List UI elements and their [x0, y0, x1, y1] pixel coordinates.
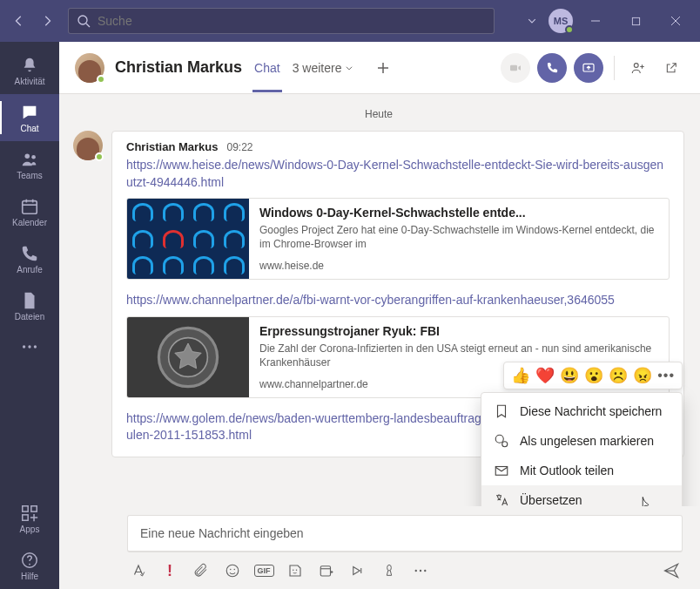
nav-back-button[interactable]: [7, 9, 31, 33]
chevron-down-icon: [345, 64, 353, 72]
praise-button[interactable]: [380, 561, 399, 580]
preview-title: Windows 0-Day-Kernel-Schwachstelle entde…: [259, 206, 658, 220]
send-button[interactable]: [662, 561, 681, 580]
message-author: Christian Markus: [126, 140, 218, 153]
teams-icon: [20, 150, 39, 169]
window-minimize-button[interactable]: [578, 0, 613, 42]
popout-button[interactable]: [658, 55, 684, 81]
audio-call-button[interactable]: [537, 53, 567, 83]
menu-translate[interactable]: Übersetzen: [481, 485, 682, 506]
preview-thumbnail: [127, 199, 249, 279]
preview-description: Googles Project Zero hat eine 0-Day-Schw…: [259, 223, 658, 251]
rail-item-calls[interactable]: Anrufe: [0, 235, 59, 282]
chat-peer-avatar[interactable]: [75, 53, 104, 83]
svg-point-7: [31, 154, 36, 159]
gif-button[interactable]: GIF: [254, 561, 273, 580]
svg-rect-35: [320, 566, 330, 576]
app-rail: Aktivität Chat Teams Kalender Anrufe Dat…: [0, 42, 59, 589]
user-avatar[interactable]: MS: [549, 9, 573, 33]
svg-point-19: [29, 563, 30, 565]
rail-item-apps[interactable]: Apps: [0, 495, 59, 542]
compose-more-button[interactable]: [411, 561, 430, 580]
menu-mark-unread[interactable]: Als ungelesen markieren: [481, 426, 682, 456]
reaction-laugh[interactable]: 😃: [560, 366, 579, 385]
search-icon: [77, 14, 91, 28]
sticker-button[interactable]: [286, 561, 305, 580]
apps-icon: [20, 504, 39, 523]
svg-point-0: [78, 16, 87, 24]
video-call-button[interactable]: [501, 53, 530, 83]
bookmark-icon: [494, 403, 509, 419]
svg-point-34: [296, 570, 298, 572]
svg-point-33: [293, 570, 294, 572]
format-button[interactable]: [129, 561, 148, 580]
svg-rect-22: [510, 64, 517, 71]
presence-indicator: [97, 75, 105, 84]
reaction-surprised[interactable]: 😮: [584, 366, 603, 385]
search-expand-button[interactable]: [521, 13, 543, 29]
search-input[interactable]: [98, 14, 486, 28]
menu-share-outlook[interactable]: Mit Outlook teilen: [481, 456, 682, 485]
svg-point-38: [415, 570, 417, 572]
rail-item-teams[interactable]: Teams: [0, 141, 59, 188]
add-tab-button[interactable]: [369, 54, 397, 82]
tab-more-dropdown[interactable]: 3 weitere: [293, 61, 354, 75]
rail-item-calendar[interactable]: Kalender: [0, 188, 59, 235]
rail-item-more[interactable]: [0, 329, 59, 364]
link-preview-1[interactable]: Windows 0-Day-Kernel-Schwachstelle entde…: [126, 198, 670, 280]
chat-header: Christian Markus Chat 3 weitere: [59, 42, 700, 94]
svg-point-40: [424, 570, 426, 572]
rail-item-activity[interactable]: Aktivität: [0, 47, 59, 94]
priority-button[interactable]: !: [160, 561, 179, 580]
window-maximize-button[interactable]: [618, 0, 653, 42]
reaction-picker: 👍 ❤️ 😃 😮 ☹️ 😠 •••: [503, 362, 683, 389]
svg-point-31: [230, 569, 232, 571]
preview-domain: www.heise.de: [259, 260, 658, 272]
reaction-angry[interactable]: 😠: [633, 366, 652, 385]
chat-icon: [20, 103, 39, 122]
compose-input[interactable]: Eine neue Nachricht eingeben: [127, 515, 683, 552]
svg-point-30: [226, 565, 239, 577]
add-people-button[interactable]: [625, 55, 651, 81]
svg-line-1: [86, 24, 90, 27]
rail-item-chat[interactable]: Chat: [0, 94, 59, 141]
svg-point-39: [420, 570, 421, 572]
emoji-button[interactable]: [223, 561, 242, 580]
date-divider: Heute: [73, 108, 684, 120]
attach-button[interactable]: [192, 561, 211, 580]
schedule-meeting-button[interactable]: [317, 561, 336, 580]
window-close-button[interactable]: [658, 0, 693, 42]
svg-rect-17: [23, 514, 28, 519]
reaction-sad[interactable]: ☹️: [609, 366, 628, 385]
message-time: 09:22: [226, 141, 252, 153]
reaction-like[interactable]: 👍: [511, 366, 530, 385]
svg-point-28: [502, 442, 508, 447]
rail-item-files[interactable]: Dateien: [0, 282, 59, 329]
compose-area: Eine neue Nachricht eingeben ! GIF: [59, 506, 700, 589]
stream-button[interactable]: [348, 561, 367, 580]
tab-chat[interactable]: Chat: [252, 44, 282, 92]
svg-point-37: [387, 565, 392, 571]
titlebar: MS: [0, 0, 700, 42]
rail-item-help[interactable]: Hilfe: [0, 542, 59, 589]
nav-forward-button[interactable]: [35, 9, 59, 33]
svg-rect-3: [632, 17, 639, 24]
message-list: Heute Christian Markus 09:22 https://www…: [59, 94, 700, 506]
svg-rect-16: [31, 505, 37, 511]
svg-point-32: [234, 569, 236, 571]
reaction-heart[interactable]: ❤️: [535, 366, 555, 385]
message-context-menu: Diese Nachricht speichern Als ungelesen …: [481, 392, 683, 506]
screen-share-button[interactable]: [574, 53, 603, 83]
ellipsis-icon: [20, 337, 39, 356]
message-link-1[interactable]: https://www.heise.de/news/Windows-0-Day-…: [126, 157, 670, 191]
reaction-more-button[interactable]: •••: [657, 368, 675, 383]
phone-icon: [20, 244, 39, 263]
bell-icon: [20, 56, 39, 75]
message-avatar[interactable]: [73, 131, 103, 160]
preview-thumbnail: [127, 317, 249, 397]
message-link-2[interactable]: https://www.channelpartner.de/a/fbi-warn…: [126, 292, 670, 309]
search-box[interactable]: [68, 8, 495, 34]
svg-point-24: [634, 63, 638, 67]
preview-title: Erpressungstrojaner Ryuk: FBI: [259, 324, 658, 338]
menu-save-message[interactable]: Diese Nachricht speichern: [481, 396, 682, 426]
